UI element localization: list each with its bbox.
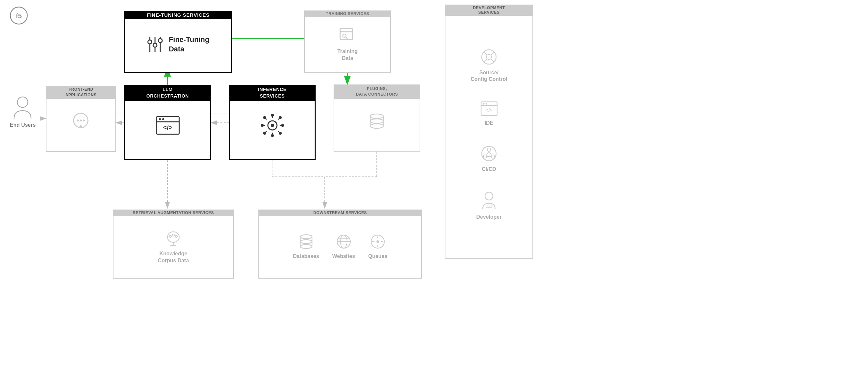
training-box: TRAINING SERVICES TrainingData (304, 16, 391, 73)
knowledge-icon (164, 229, 183, 247)
svg-point-31 (153, 43, 157, 47)
svg-point-109 (483, 103, 484, 105)
svg-line-103 (491, 59, 494, 62)
svg-point-112 (487, 148, 491, 151)
frontend-box: FRONT-ENDAPPLICATIONS (46, 91, 116, 151)
queues-icon (370, 233, 386, 250)
llm-box: LLMORCHESTRATION </> (124, 91, 211, 160)
plugins-box: PLUGINS,DATA CONNECTORS (334, 91, 420, 151)
svg-point-56 (282, 124, 284, 126)
retrieval-header: RETRIEVAL AUGMENTATION SERVICES (113, 209, 234, 216)
end-users-label: End Users (10, 122, 36, 128)
dev-header: DEVELOPMENTSERVICES (445, 5, 533, 16)
fine-tuning-header: FINE-TUNING SERVICES (124, 11, 232, 19)
svg-text:</>: </> (485, 107, 493, 113)
queues-label: Queues (368, 253, 388, 260)
svg-point-30 (148, 40, 152, 44)
svg-point-76 (173, 234, 174, 236)
frontend-header: FRONT-ENDAPPLICATIONS (46, 86, 116, 99)
databases-item: Databases (293, 233, 319, 260)
ide-label: IDE (485, 120, 494, 127)
cicd-item: CI/CD (480, 145, 498, 173)
svg-marker-42 (79, 124, 83, 128)
queues-item: Queues (368, 233, 388, 260)
downstream-header: DOWNSTREAM SERVICES (258, 209, 422, 216)
cicd-label: CI/CD (482, 166, 496, 173)
svg-point-39 (77, 119, 79, 121)
svg-point-58 (279, 132, 281, 134)
code-icon: </> (155, 114, 181, 137)
developer-item: </> Developer (476, 191, 501, 221)
svg-line-115 (487, 151, 489, 155)
svg-point-72 (167, 232, 179, 242)
fine-tuning-label: Fine-TuningData (169, 35, 209, 54)
svg-point-118 (485, 192, 493, 200)
svg-point-91 (376, 240, 379, 243)
svg-point-113 (484, 155, 487, 158)
svg-point-41 (83, 119, 85, 121)
svg-point-59 (279, 117, 281, 118)
svg-point-32 (158, 39, 162, 43)
svg-point-63 (343, 34, 346, 37)
source-control-icon (480, 48, 498, 66)
svg-point-78 (300, 235, 312, 239)
f5-logo: f5 (10, 6, 28, 25)
source-control-item: Source/Config Control (471, 48, 507, 83)
plugins-icon (368, 112, 386, 130)
svg-point-60 (264, 132, 266, 134)
databases-label: Databases (293, 253, 319, 260)
svg-point-44 (271, 124, 274, 127)
svg-point-111 (482, 146, 496, 161)
end-users-icon (12, 95, 33, 119)
source-control-label: Source/Config Control (471, 69, 507, 83)
dev-box: DEVELOPMENTSERVICES Source/Config Contro… (445, 10, 533, 259)
plugins-header: PLUGINS,DATA CONNECTORS (334, 84, 420, 99)
inference-box: INFERENCESERVICES (229, 91, 316, 160)
downstream-box: DOWNSTREAM SERVICES Databases Websi (258, 215, 422, 279)
svg-line-105 (484, 59, 487, 62)
svg-point-55 (261, 124, 263, 126)
svg-point-82 (300, 245, 312, 249)
svg-point-79 (300, 240, 312, 244)
svg-point-53 (272, 114, 273, 116)
svg-point-40 (80, 119, 82, 121)
ide-item: </> IDE (480, 101, 498, 127)
developer-icon: </> (480, 191, 498, 210)
sliders-icon (147, 35, 163, 54)
websites-label: Websites (332, 253, 355, 260)
svg-point-66 (370, 119, 383, 123)
llm-header: LLMORCHESTRATION (124, 85, 211, 101)
svg-point-35 (159, 118, 161, 120)
diagram-container: f5 FINE-TUNING SERVICES Fine-TuningData … (0, 0, 868, 368)
svg-point-97 (486, 54, 492, 60)
websites-item: Websites (332, 233, 355, 260)
fine-tuning-box: FINE-TUNING SERVICES Fine-TuningData (124, 16, 232, 73)
training-header: TRAINING SERVICES (304, 10, 391, 17)
inference-header: INFERENCESERVICES (229, 85, 316, 101)
inference-icon (259, 112, 285, 139)
svg-text:f5: f5 (16, 12, 22, 20)
websites-icon (336, 233, 352, 250)
svg-point-65 (370, 114, 383, 118)
svg-point-75 (169, 235, 172, 237)
ide-icon: </> (480, 101, 498, 117)
svg-text:</>: </> (163, 124, 173, 131)
chat-icon (70, 111, 92, 132)
svg-line-116 (489, 151, 491, 155)
svg-line-104 (491, 52, 494, 55)
training-label: TrainingData (337, 48, 358, 62)
svg-point-77 (175, 235, 177, 237)
svg-point-69 (370, 124, 383, 128)
retrieval-box: RETRIEVAL AUGMENTATION SERVICES Knowledg… (113, 215, 234, 279)
svg-point-114 (491, 155, 495, 158)
svg-point-121 (17, 97, 28, 107)
svg-point-57 (264, 117, 266, 118)
retrieval-label: KnowledgeCorpus Data (158, 251, 189, 264)
training-icon (339, 27, 356, 45)
svg-point-54 (272, 135, 273, 137)
svg-line-102 (484, 52, 487, 55)
svg-point-36 (162, 118, 164, 120)
svg-text:</>: </> (487, 204, 491, 207)
developer-label: Developer (476, 214, 501, 221)
end-users-section: End Users (10, 95, 36, 128)
